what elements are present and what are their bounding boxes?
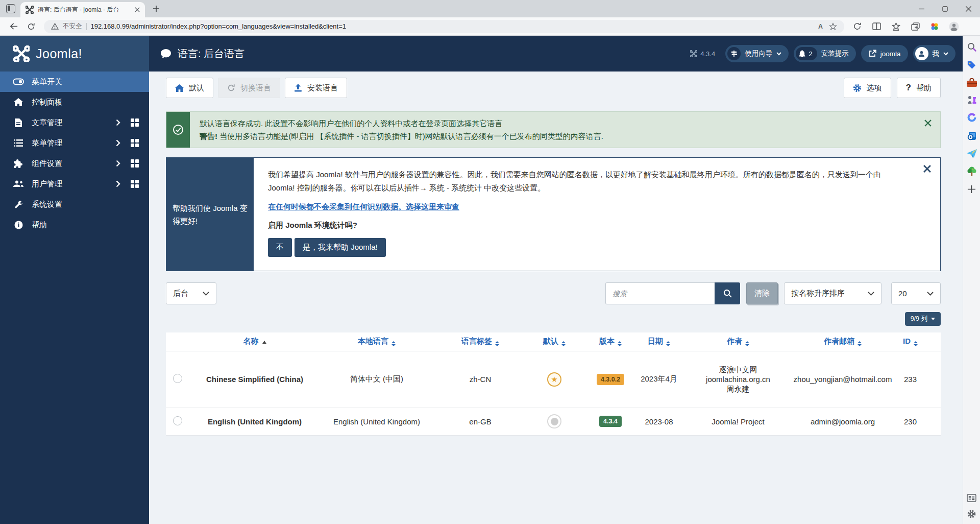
chevron-right-icon[interactable] (116, 139, 120, 147)
sidebar-item-system[interactable]: 系统设置 (0, 194, 149, 215)
search-input[interactable] (605, 282, 715, 304)
browser-tab[interactable]: 语言: 后台语言 - joomla - 后台 (20, 2, 145, 17)
search-button[interactable] (715, 282, 740, 304)
chevron-right-icon[interactable] (116, 160, 120, 167)
refresh-icon (27, 22, 35, 31)
collections-icon[interactable] (967, 494, 976, 502)
address-bar[interactable]: 不安全 192.168.0.99/administrator/index.php… (44, 20, 844, 33)
star-icon: ★ (551, 375, 557, 384)
th-tag-label: 语言标签 (461, 337, 492, 345)
toolbox-icon[interactable] (967, 78, 977, 87)
outlook-icon[interactable] (967, 131, 977, 141)
view-site-button[interactable]: joomla (861, 45, 908, 62)
set-default-button[interactable] (547, 414, 561, 428)
switch-language-button[interactable]: 切换语言 (218, 78, 280, 98)
th-author[interactable]: 作者 (684, 332, 792, 351)
row-radio[interactable] (173, 374, 182, 383)
check-circle-icon (173, 124, 184, 135)
th-tag[interactable]: 语言标签 (439, 332, 521, 351)
th-version[interactable]: 版本 (587, 332, 633, 351)
sidebar-item-menu-toggle[interactable]: 菜单开关 (0, 72, 149, 92)
languages-table: 名称 本地语言 语言标签 默认 版本 日期 作者 作者邮箱 ID Chinese… (166, 332, 941, 436)
settings-gear-icon[interactable] (967, 509, 976, 519)
options-button[interactable]: 选项 (844, 78, 891, 98)
window-close-button[interactable] (957, 0, 980, 17)
th-author-email[interactable]: 作者邮箱 (792, 332, 894, 351)
favorites-bar-button[interactable] (887, 19, 904, 34)
sync-button[interactable] (848, 19, 866, 34)
default-button[interactable]: 默认 (166, 78, 213, 98)
copilot-icon[interactable] (967, 112, 977, 123)
sort-both-icon (745, 341, 749, 346)
profile-avatar[interactable] (945, 19, 963, 34)
favorite-star-icon[interactable] (829, 22, 837, 31)
grow-icon[interactable] (967, 166, 976, 177)
tab-close-icon[interactable] (135, 7, 140, 12)
add-sidebar-item-icon[interactable] (967, 185, 976, 194)
search-icon[interactable] (967, 42, 977, 52)
window-maximize-button[interactable] (933, 0, 957, 17)
security-label[interactable]: 不安全 (63, 22, 82, 31)
shopping-icon[interactable] (967, 60, 976, 70)
th-name[interactable]: 名称 (189, 332, 312, 351)
post-install-messages-button[interactable]: 2 安装提示 (794, 45, 856, 62)
row-radio[interactable] (173, 416, 182, 425)
chevron-right-icon[interactable] (116, 119, 120, 126)
help-button[interactable]: ? 帮助 (897, 78, 941, 98)
th-author-email-label: 作者邮箱 (824, 337, 854, 345)
client-select[interactable]: 后台 (166, 282, 216, 304)
columns-badge[interactable]: 9/9 列 (905, 312, 941, 326)
sidebar-item-control-panel[interactable]: 控制面板 (0, 92, 149, 112)
dashboard-grid-icon[interactable] (131, 180, 139, 188)
cell-default: ★ (521, 351, 587, 408)
chevron-down-icon (927, 292, 934, 296)
drop-icon[interactable] (967, 149, 977, 158)
guided-tour-button[interactable]: 使用向导 (725, 45, 789, 62)
th-default[interactable]: 默认 (521, 332, 587, 351)
th-date[interactable]: 日期 (633, 332, 684, 351)
stats-yes-button[interactable]: 是，我来帮助 Joomla! (295, 238, 386, 257)
split-screen-button[interactable] (868, 19, 885, 34)
games-icon[interactable] (967, 95, 977, 104)
sidebar-item-articles[interactable]: 文章管理 (0, 112, 149, 133)
toolbar-icons (848, 19, 975, 34)
refresh-button[interactable] (22, 19, 40, 34)
sidebar-item-help[interactable]: 帮助 (0, 215, 149, 235)
home-icon (175, 84, 184, 92)
columns-row: 9/9 列 (166, 312, 941, 326)
stats-no-button[interactable]: 不 (268, 238, 292, 257)
default-star-button[interactable]: ★ (547, 372, 561, 387)
address-divider (86, 23, 87, 30)
sidebar-item-users[interactable]: 用户管理 (0, 174, 149, 194)
sidebar-item-components[interactable]: 组件设置 (0, 153, 149, 174)
tab-workspaces-icon[interactable] (6, 4, 15, 13)
alert-close-icon[interactable] (924, 120, 932, 148)
sort-select[interactable]: 按名称升序排序 (784, 282, 881, 304)
limit-select[interactable]: 20 (891, 282, 941, 304)
th-native[interactable]: 本地语言 (312, 332, 439, 351)
external-link-icon (868, 50, 876, 58)
dashboard-grid-icon[interactable] (131, 159, 139, 168)
install-language-button[interactable]: 安装语言 (285, 78, 347, 98)
browser-essentials-icon[interactable] (926, 19, 943, 34)
url-text[interactable]: 192.168.0.99/administrator/index.php?opt… (91, 22, 814, 30)
sidebar-item-menus[interactable]: 菜单管理 (0, 133, 149, 153)
stats-close-icon[interactable] (923, 165, 931, 174)
list-icon (12, 139, 24, 147)
stats-review-link[interactable]: 在任何时候都不会采集到任何识别数据。选择这里来审查 (268, 202, 459, 212)
back-button[interactable] (5, 19, 22, 34)
dashboard-grid-icon[interactable] (131, 118, 139, 127)
user-menu-label: 我 (933, 49, 940, 58)
joomla-logo-zone[interactable]: Joomla! (0, 36, 149, 72)
dashboard-grid-icon[interactable] (131, 139, 139, 148)
chevron-right-icon[interactable] (116, 180, 120, 187)
new-tab-button[interactable] (151, 4, 161, 14)
user-menu-button[interactable]: 我 (913, 45, 956, 62)
clear-button[interactable]: 清除 (746, 282, 778, 304)
collections-button[interactable] (906, 19, 924, 34)
read-aloud-icon[interactable]: A (818, 23, 823, 30)
th-id[interactable]: ID (894, 332, 941, 351)
cell-author: Joomla! Project (684, 408, 792, 435)
stats-panel-side-label: 帮助我们使 Joomla 变得更好! (166, 158, 254, 271)
window-minimize-button[interactable] (910, 0, 933, 17)
